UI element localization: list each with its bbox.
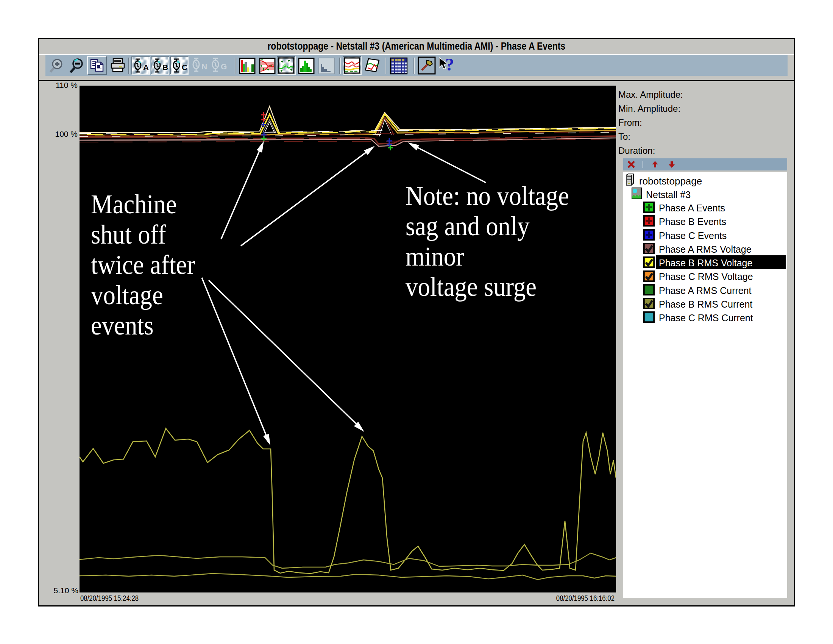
svg-text:B: B	[162, 63, 168, 72]
svg-text:A: A	[143, 63, 149, 72]
svg-text:C: C	[182, 63, 187, 72]
svg-text:G: G	[221, 62, 227, 71]
svg-text:N: N	[201, 62, 207, 71]
svg-text:?: ?	[445, 56, 454, 74]
